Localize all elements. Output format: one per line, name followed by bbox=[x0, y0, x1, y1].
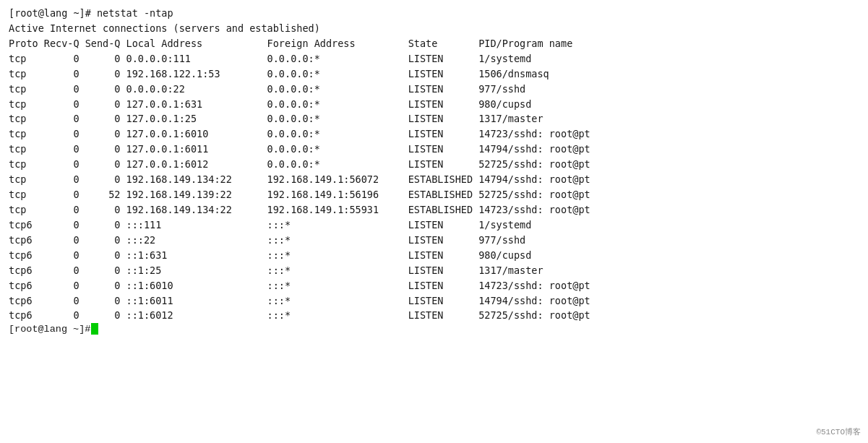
line-16: tcp6 0 0 :::22 :::* LISTEN 977/sshd bbox=[9, 234, 525, 246]
line-8: tcp 0 0 127.0.0.1:25 0.0.0.0:* LISTEN 13… bbox=[9, 113, 543, 124]
line-7: tcp 0 0 127.0.0.1:631 0.0.0.0:* LISTEN 9… bbox=[9, 98, 531, 110]
line-15: tcp6 0 0 :::111 :::* LISTEN 1/systemd bbox=[9, 219, 531, 231]
prompt-text: [root@lang ~]# bbox=[9, 324, 90, 335]
line-5: tcp 0 0 192.168.122.1:53 0.0.0.0:* LISTE… bbox=[9, 68, 549, 79]
line-19: tcp6 0 0 ::1:6010 :::* LISTEN 14723/sshd… bbox=[9, 280, 590, 291]
line-9: tcp 0 0 127.0.0.1:6010 0.0.0.0:* LISTEN … bbox=[9, 128, 590, 139]
watermark: ©51CTO博客 bbox=[816, 426, 861, 437]
line-14: tcp 0 0 192.168.149.134:22 192.168.149.1… bbox=[9, 204, 590, 215]
line-21: tcp6 0 0 ::1:6012 :::* LISTEN 52725/sshd… bbox=[9, 309, 590, 321]
line-18: tcp6 0 0 ::1:25 :::* LISTEN 1317/master bbox=[9, 264, 543, 276]
line-11: tcp 0 0 127.0.0.1:6012 0.0.0.0:* LISTEN … bbox=[9, 158, 590, 170]
line-3: Proto Recv-Q Send-Q Local Address Foreig… bbox=[9, 38, 572, 49]
line-17: tcp6 0 0 ::1:631 :::* LISTEN 980/cupsd bbox=[9, 249, 531, 261]
cursor-block bbox=[91, 323, 98, 335]
line-20: tcp6 0 0 ::1:6011 :::* LISTEN 14794/sshd… bbox=[9, 295, 590, 306]
line-4: tcp 0 0 0.0.0.0:111 0.0.0.0:* LISTEN 1/s… bbox=[9, 53, 531, 64]
line-13: tcp 0 52 192.168.149.139:22 192.168.149.… bbox=[9, 189, 590, 200]
command-prompt-line[interactable]: [root@lang ~]# bbox=[9, 323, 859, 335]
line-12: tcp 0 0 192.168.149.134:22 192.168.149.1… bbox=[9, 173, 590, 185]
line-2: Active Internet connections (servers and… bbox=[9, 22, 320, 34]
terminal-output: [root@lang ~]# netstat -ntap Active Inte… bbox=[9, 6, 859, 323]
line-1: [root@lang ~]# netstat -ntap bbox=[9, 7, 173, 19]
terminal-window: [root@lang ~]# netstat -ntap Active Inte… bbox=[0, 0, 868, 443]
line-10: tcp 0 0 127.0.0.1:6011 0.0.0.0:* LISTEN … bbox=[9, 143, 590, 155]
line-6: tcp 0 0 0.0.0.0:22 0.0.0.0:* LISTEN 977/… bbox=[9, 83, 525, 95]
